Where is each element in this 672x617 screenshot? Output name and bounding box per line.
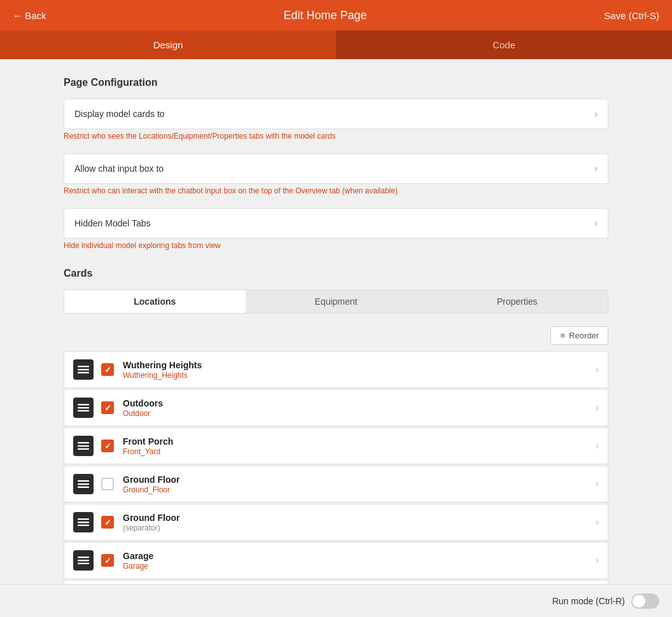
display-model-cards-row[interactable]: Display model cards to › [64, 99, 608, 129]
checkbox[interactable] [100, 515, 115, 530]
item-name: Ground Floor [123, 475, 596, 485]
page-config-title: Page Configuration [64, 77, 608, 88]
item-name: Garage [123, 551, 596, 561]
allow-chat-input-label: Allow chat input box to [74, 163, 164, 174]
item-subtitle: Outdoor [123, 409, 596, 418]
item-chevron-icon: › [596, 364, 599, 375]
item-text: Front Porch Front_Yard [123, 436, 596, 456]
item-chevron-icon: › [596, 516, 599, 528]
item-subtitle: Wuthering_Heights [123, 371, 596, 380]
svg-rect-15 [78, 557, 89, 558]
reorder-row: ≡ Reorder [64, 326, 608, 345]
hidden-model-tabs-hint: Hide individual model exploring tabs fro… [64, 241, 608, 250]
svg-rect-16 [78, 560, 89, 561]
svg-rect-2 [78, 372, 89, 373]
item-text: Ground Floor (separator) [123, 513, 596, 532]
svg-rect-13 [78, 522, 89, 523]
list-item[interactable]: Outdoors Outdoor › [64, 389, 608, 426]
back-button[interactable]: ← Back [13, 10, 46, 21]
hidden-model-tabs-label: Hidden Model Tabs [74, 218, 151, 228]
svg-rect-9 [78, 480, 89, 482]
chevron-right-icon-2: › [594, 163, 598, 174]
reorder-button[interactable]: ≡ Reorder [550, 326, 608, 345]
item-chevron-icon: › [596, 555, 599, 566]
sub-tab-locations[interactable]: Locations [64, 290, 246, 313]
item-subtitle: (separator) [123, 523, 596, 532]
save-button[interactable]: Save (Ctrl-S) [604, 10, 659, 21]
item-text: Ground Floor Ground_Floor [123, 475, 596, 494]
checkbox[interactable] [100, 553, 115, 568]
checkbox[interactable] [100, 400, 115, 415]
svg-rect-17 [78, 563, 89, 564]
allow-chat-input-hint: Restrict who can interact with the chatb… [64, 186, 608, 195]
reorder-icon: ≡ [560, 331, 565, 340]
item-name: Wuthering Heights [123, 360, 596, 370]
list-item[interactable]: Ground Floor (separator) › [64, 504, 608, 541]
reorder-label: Reorder [569, 331, 599, 340]
display-model-cards-label: Display model cards to [74, 109, 165, 119]
chevron-right-icon: › [594, 108, 598, 120]
drag-handle-icon [73, 474, 94, 494]
sub-tab-equipment[interactable]: Equipment [246, 290, 427, 313]
checkbox[interactable] [100, 476, 115, 492]
item-chevron-icon: › [596, 478, 599, 490]
list-item[interactable]: Ground Floor Ground_Floor › [64, 466, 608, 503]
checkbox-checked-icon [101, 554, 114, 567]
checkbox[interactable] [100, 362, 115, 377]
svg-rect-14 [78, 525, 89, 526]
tab-design[interactable]: Design [0, 31, 336, 59]
run-mode-toggle[interactable] [631, 593, 659, 609]
chevron-right-icon-3: › [594, 218, 598, 229]
list-item[interactable]: Garage Garage › [64, 542, 608, 579]
checkbox-unchecked-icon [101, 478, 114, 490]
item-subtitle: Ground_Floor [123, 485, 596, 494]
display-model-cards-hint: Restrict who sees the Locations/Equipmen… [64, 132, 608, 141]
item-chevron-icon: › [596, 440, 599, 452]
svg-rect-6 [78, 442, 89, 443]
item-text: Garage Garage [123, 551, 596, 571]
svg-rect-3 [78, 404, 89, 405]
svg-rect-7 [78, 445, 89, 447]
checkbox[interactable] [100, 438, 115, 454]
drag-handle-icon [73, 398, 94, 418]
run-mode-label: Run mode (Ctrl-R) [552, 596, 625, 606]
item-text: Outdoors Outdoor [123, 398, 596, 418]
item-subtitle: Garage [123, 562, 596, 571]
item-name: Front Porch [123, 436, 596, 447]
svg-rect-12 [78, 518, 89, 520]
allow-chat-input-row[interactable]: Allow chat input box to › [64, 153, 608, 184]
list-item[interactable]: Front Porch Front_Yard › [64, 427, 608, 464]
svg-rect-11 [78, 487, 89, 488]
svg-rect-4 [78, 407, 89, 408]
header: ← Back Edit Home Page Save (Ctrl-S) [0, 0, 672, 31]
item-subtitle: Front_Yard [123, 447, 596, 456]
cards-section: Cards Locations Equipment Properties ≡ R… [64, 268, 608, 617]
item-name: Ground Floor [123, 513, 596, 523]
drag-handle-icon [73, 436, 94, 456]
footer: Run mode (Ctrl-R) [0, 584, 672, 617]
svg-rect-5 [78, 410, 89, 412]
svg-rect-10 [78, 483, 89, 485]
cards-sub-tabs: Locations Equipment Properties [64, 289, 608, 314]
item-chevron-icon: › [596, 402, 599, 413]
sub-tab-properties[interactable]: Properties [426, 290, 608, 313]
list-item[interactable]: Wuthering Heights Wuthering_Heights › [64, 351, 608, 388]
drag-handle-icon [73, 359, 94, 380]
item-text: Wuthering Heights Wuthering_Heights [123, 360, 596, 380]
hidden-model-tabs-row[interactable]: Hidden Model Tabs › [64, 208, 608, 239]
main-content: Page Configuration Display model cards t… [0, 59, 672, 617]
location-list: Wuthering Heights Wuthering_Heights › Ou… [64, 351, 608, 617]
svg-rect-1 [78, 369, 89, 370]
page-title: Edit Home Page [283, 9, 367, 22]
checkbox-checked-icon [101, 440, 114, 452]
checkbox-checked-icon [101, 363, 114, 376]
cards-section-title: Cards [64, 268, 608, 279]
checkbox-checked-icon [101, 401, 114, 414]
main-tabs: Design Code [0, 31, 672, 59]
checkbox-checked-icon [101, 516, 114, 529]
svg-rect-0 [78, 366, 89, 367]
item-name: Outdoors [123, 398, 596, 408]
drag-handle-icon [73, 512, 94, 532]
svg-rect-8 [78, 448, 89, 450]
tab-code[interactable]: Code [336, 31, 672, 59]
